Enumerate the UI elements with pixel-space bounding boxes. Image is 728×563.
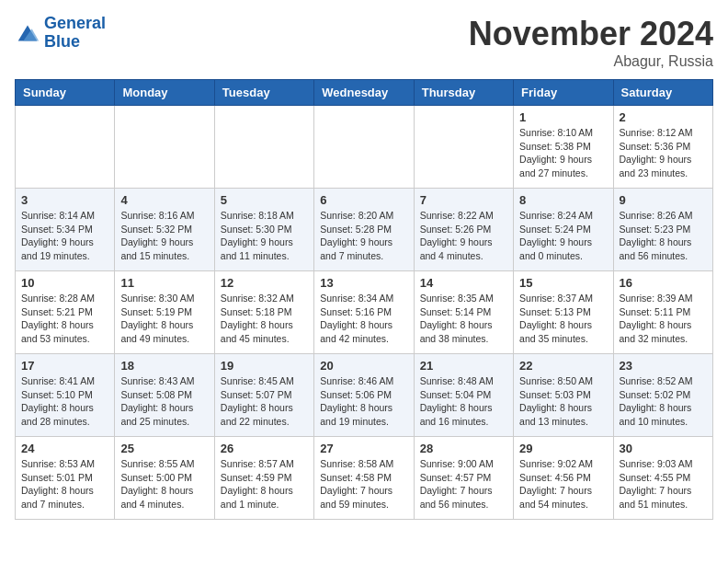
calendar-cell: 17Sunrise: 8:41 AMSunset: 5:10 PMDayligh… [16, 354, 115, 437]
day-number: 13 [320, 276, 407, 290]
header-cell-tuesday: Tuesday [214, 80, 313, 106]
calendar-cell: 29Sunrise: 9:02 AMSunset: 4:56 PMDayligh… [514, 437, 613, 520]
day-number: 28 [420, 442, 507, 455]
day-number: 3 [21, 193, 108, 207]
calendar-cell: 8Sunrise: 8:24 AMSunset: 5:24 PMDaylight… [514, 189, 613, 271]
calendar-cell: 7Sunrise: 8:22 AMSunset: 5:26 PMDaylight… [414, 189, 513, 271]
day-number: 18 [120, 359, 208, 373]
day-info: Sunrise: 8:28 AMSunset: 5:21 PMDaylight:… [21, 292, 108, 346]
calendar-cell: 11Sunrise: 8:30 AMSunset: 5:19 PMDayligh… [115, 271, 214, 354]
calendar-cell: 30Sunrise: 9:03 AMSunset: 4:55 PMDayligh… [613, 437, 712, 520]
calendar-cell: 22Sunrise: 8:50 AMSunset: 5:03 PMDayligh… [514, 354, 613, 437]
day-number: 1 [519, 110, 607, 124]
header-cell-saturday: Saturday [613, 80, 712, 106]
day-number: 6 [320, 193, 407, 207]
calendar-cell: 10Sunrise: 8:28 AMSunset: 5:21 PMDayligh… [16, 271, 115, 354]
day-info: Sunrise: 8:55 AMSunset: 5:00 PMDaylight:… [120, 457, 208, 511]
day-info: Sunrise: 8:32 AMSunset: 5:18 PMDaylight:… [221, 292, 308, 346]
day-number: 29 [519, 442, 607, 455]
calendar-cell [414, 106, 513, 189]
day-number: 23 [620, 359, 707, 373]
day-number: 19 [221, 359, 308, 373]
calendar-cell: 18Sunrise: 8:43 AMSunset: 5:08 PMDayligh… [115, 354, 214, 437]
day-info: Sunrise: 8:24 AMSunset: 5:24 PMDaylight:… [519, 209, 607, 263]
day-number: 14 [420, 276, 507, 290]
day-info: Sunrise: 8:30 AMSunset: 5:19 PMDaylight:… [120, 292, 208, 346]
calendar-cell: 25Sunrise: 8:55 AMSunset: 5:00 PMDayligh… [115, 437, 214, 520]
day-info: Sunrise: 8:14 AMSunset: 5:34 PMDaylight:… [21, 209, 108, 263]
day-info: Sunrise: 8:50 AMSunset: 5:03 PMDaylight:… [519, 374, 607, 429]
calendar-cell: 12Sunrise: 8:32 AMSunset: 5:18 PMDayligh… [214, 271, 313, 354]
day-number: 2 [620, 110, 707, 124]
day-info: Sunrise: 8:34 AMSunset: 5:16 PMDaylight:… [320, 292, 407, 346]
day-info: Sunrise: 8:20 AMSunset: 5:28 PMDaylight:… [320, 209, 407, 263]
calendar-cell [314, 106, 414, 189]
calendar-cell: 26Sunrise: 8:57 AMSunset: 4:59 PMDayligh… [214, 437, 313, 520]
day-info: Sunrise: 8:57 AMSunset: 4:59 PMDaylight:… [221, 457, 308, 511]
month-title: November 2024 [469, 15, 713, 53]
title-area: November 2024 Abagur, Russia [469, 15, 713, 70]
day-number: 15 [519, 276, 607, 290]
logo-line1: General [44, 15, 106, 33]
header-cell-sunday: Sunday [16, 80, 115, 106]
calendar-cell: 24Sunrise: 8:53 AMSunset: 5:01 PMDayligh… [16, 437, 115, 520]
header-cell-thursday: Thursday [414, 80, 513, 106]
day-number: 16 [620, 276, 707, 290]
day-info: Sunrise: 8:43 AMSunset: 5:08 PMDaylight:… [120, 374, 208, 429]
calendar-cell: 9Sunrise: 8:26 AMSunset: 5:23 PMDaylight… [613, 189, 712, 271]
day-info: Sunrise: 8:35 AMSunset: 5:14 PMDaylight:… [420, 292, 507, 346]
calendar-row-3: 17Sunrise: 8:41 AMSunset: 5:10 PMDayligh… [16, 354, 713, 437]
header-cell-wednesday: Wednesday [314, 80, 414, 106]
day-info: Sunrise: 8:52 AMSunset: 5:02 PMDaylight:… [620, 374, 707, 429]
calendar-cell: 15Sunrise: 8:37 AMSunset: 5:13 PMDayligh… [514, 271, 613, 354]
calendar-cell: 2Sunrise: 8:12 AMSunset: 5:36 PMDaylight… [613, 106, 712, 189]
calendar-cell: 13Sunrise: 8:34 AMSunset: 5:16 PMDayligh… [314, 271, 414, 354]
calendar-cell [214, 106, 313, 189]
calendar-table: SundayMondayTuesdayWednesdayThursdayFrid… [15, 79, 713, 520]
day-number: 10 [21, 276, 108, 290]
day-info: Sunrise: 8:46 AMSunset: 5:06 PMDaylight:… [320, 374, 407, 429]
day-info: Sunrise: 8:48 AMSunset: 5:04 PMDaylight:… [420, 374, 507, 429]
day-info: Sunrise: 8:58 AMSunset: 4:58 PMDaylight:… [320, 457, 407, 511]
day-number: 11 [120, 276, 208, 290]
calendar-cell [16, 106, 115, 189]
calendar-cell: 28Sunrise: 9:00 AMSunset: 4:57 PMDayligh… [414, 437, 513, 520]
day-info: Sunrise: 8:18 AMSunset: 5:30 PMDaylight:… [221, 209, 308, 263]
day-number: 24 [21, 442, 108, 455]
day-number: 5 [221, 193, 308, 207]
day-info: Sunrise: 8:26 AMSunset: 5:23 PMDaylight:… [620, 209, 707, 263]
day-number: 4 [120, 193, 208, 207]
day-number: 22 [519, 359, 607, 373]
day-info: Sunrise: 8:45 AMSunset: 5:07 PMDaylight:… [221, 374, 308, 429]
day-info: Sunrise: 8:10 AMSunset: 5:38 PMDaylight:… [519, 126, 607, 180]
calendar-cell: 14Sunrise: 8:35 AMSunset: 5:14 PMDayligh… [414, 271, 513, 354]
calendar-cell: 21Sunrise: 8:48 AMSunset: 5:04 PMDayligh… [414, 354, 513, 437]
day-number: 17 [21, 359, 108, 373]
location: Abagur, Russia [469, 53, 713, 70]
logo: General Blue [15, 15, 106, 52]
calendar-cell: 19Sunrise: 8:45 AMSunset: 5:07 PMDayligh… [214, 354, 313, 437]
header-cell-monday: Monday [115, 80, 214, 106]
calendar-row-0: 1Sunrise: 8:10 AMSunset: 5:38 PMDaylight… [16, 106, 713, 189]
day-number: 30 [620, 442, 707, 455]
logo-icon [15, 20, 40, 46]
day-number: 20 [320, 359, 407, 373]
day-number: 8 [519, 193, 607, 207]
calendar-cell: 23Sunrise: 8:52 AMSunset: 5:02 PMDayligh… [613, 354, 712, 437]
day-info: Sunrise: 8:39 AMSunset: 5:11 PMDaylight:… [620, 292, 707, 346]
day-info: Sunrise: 9:02 AMSunset: 4:56 PMDaylight:… [519, 457, 607, 511]
day-info: Sunrise: 9:00 AMSunset: 4:57 PMDaylight:… [420, 457, 507, 511]
calendar-cell: 16Sunrise: 8:39 AMSunset: 5:11 PMDayligh… [613, 271, 712, 354]
calendar-cell: 20Sunrise: 8:46 AMSunset: 5:06 PMDayligh… [314, 354, 414, 437]
day-info: Sunrise: 8:16 AMSunset: 5:32 PMDaylight:… [120, 209, 208, 263]
day-number: 21 [420, 359, 507, 373]
calendar-cell: 3Sunrise: 8:14 AMSunset: 5:34 PMDaylight… [16, 189, 115, 271]
day-info: Sunrise: 9:03 AMSunset: 4:55 PMDaylight:… [620, 457, 707, 511]
calendar-cell: 5Sunrise: 8:18 AMSunset: 5:30 PMDaylight… [214, 189, 313, 271]
day-info: Sunrise: 8:41 AMSunset: 5:10 PMDaylight:… [21, 374, 108, 429]
day-info: Sunrise: 8:53 AMSunset: 5:01 PMDaylight:… [21, 457, 108, 511]
calendar-cell [115, 106, 214, 189]
header-row: SundayMondayTuesdayWednesdayThursdayFrid… [16, 80, 713, 106]
calendar-row-1: 3Sunrise: 8:14 AMSunset: 5:34 PMDaylight… [16, 189, 713, 271]
day-number: 9 [620, 193, 707, 207]
